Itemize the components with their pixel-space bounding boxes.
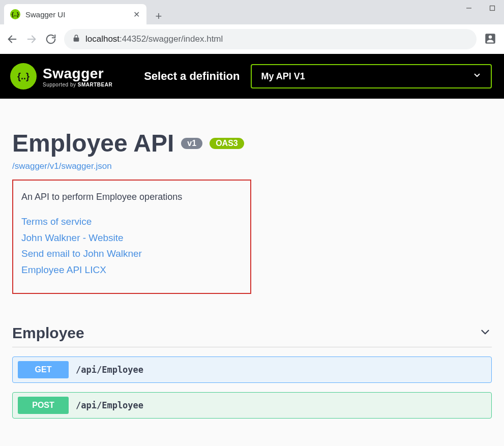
brand-sub: Supported by SMARTBEAR [43,82,112,87]
swagger-favicon: {..} [10,9,20,19]
url-text: localhost:44352/swagger/index.html [85,34,223,44]
swagger-logo-icon: {..} [10,63,37,90]
contact-email-link[interactable]: Send email to John Walkner [21,247,242,261]
url-port: :44352 [120,34,146,44]
oas-badge: OAS3 [210,138,244,149]
http-method-badge: POST [18,397,69,414]
chevron-down-icon [479,325,492,341]
back-button[interactable] [6,33,18,45]
close-icon[interactable]: ✕ [132,10,140,18]
swagger-topbar: {..} Swagger Supported by SMARTBEAR Sele… [0,54,504,99]
definition-selected-value: My API V1 [261,71,305,82]
api-description: An API to perform Employee operations [21,192,242,202]
contact-website-link[interactable]: John Walkner - Website [21,231,242,245]
reload-button[interactable] [45,33,57,45]
tag-section: Employee GET /api/Employee POST /api/Emp… [12,324,492,419]
url-path: /swagger/index.html [146,34,223,44]
chevron-down-icon [472,71,482,82]
maximize-icon[interactable] [481,0,504,16]
url-host: localhost [85,34,120,44]
spec-url-link[interactable]: /swagger/v1/swagger.json [12,161,112,171]
swagger-logo[interactable]: {..} Swagger Supported by SMARTBEAR [10,63,112,90]
api-title-row: Employee API v1 OAS3 [12,129,492,157]
tag-name: Employee [12,324,84,342]
definition-select-label: Select a definition [144,70,240,83]
swagger-logo-text: Swagger Supported by SMARTBEAR [43,66,112,87]
operation-path: /api/Employee [76,400,143,410]
license-link[interactable]: Employee API LICX [21,263,242,277]
terms-of-service-link[interactable]: Terms of service [21,215,242,229]
browser-chrome: {..} Swagger UI ✕ + lo [0,0,504,54]
brand-name: Swagger [43,66,112,82]
tab-title: Swagger UI [25,10,127,19]
browser-tab[interactable]: {..} Swagger UI ✕ [4,4,146,24]
version-badge: v1 [181,138,202,149]
tag-header[interactable]: Employee [12,324,492,347]
profile-icon[interactable] [484,32,498,46]
forward-button[interactable] [25,33,38,45]
window-controls [457,0,504,16]
lock-icon [72,34,80,45]
operation-post-employee[interactable]: POST /api/Employee [12,392,492,419]
api-info-box: An API to perform Employee operations Te… [12,180,251,294]
api-title: Employee API [12,129,174,157]
operation-path: /api/Employee [76,365,143,375]
definition-select[interactable]: My API V1 [251,64,492,88]
svg-rect-1 [490,6,495,11]
new-tab-button[interactable]: + [151,8,167,24]
http-method-badge: GET [18,361,69,378]
tab-bar: {..} Swagger UI ✕ + [0,0,504,24]
address-bar: localhost:44352/swagger/index.html [0,24,504,54]
main-content: Employee API v1 OAS3 /swagger/v1/swagger… [0,99,504,419]
address-field[interactable]: localhost:44352/swagger/index.html [64,29,477,49]
minimize-icon[interactable] [457,0,481,16]
operation-get-employee[interactable]: GET /api/Employee [12,356,492,383]
